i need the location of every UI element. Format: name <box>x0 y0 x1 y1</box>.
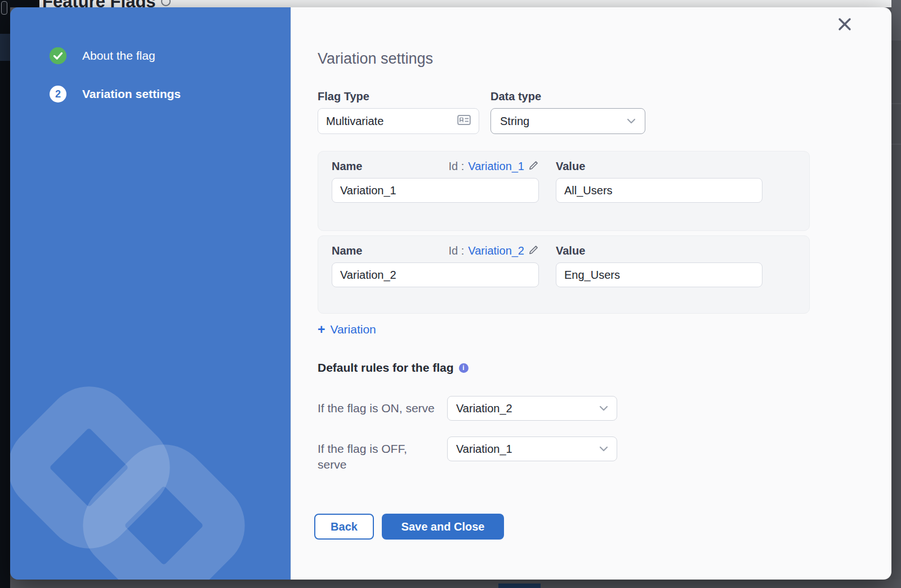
back-button[interactable]: Back <box>314 514 374 540</box>
wizard-steps-sidebar: About the flag 2 Variation settings <box>10 7 291 580</box>
background-page-header: Feature Flags <box>39 0 891 7</box>
step-label: About the flag <box>82 49 155 63</box>
background-dimmed-content-bottom <box>10 580 901 588</box>
step-about-the-flag[interactable]: About the flag <box>50 47 155 64</box>
background-app-sidebar <box>0 0 10 588</box>
id-prefix: Id : <box>449 160 465 173</box>
chevron-down-icon <box>627 116 636 126</box>
default-rules-title: Default rules for the flag <box>318 361 454 375</box>
pencil-icon[interactable] <box>528 160 539 173</box>
variation-name-input[interactable] <box>332 178 539 203</box>
step-variation-settings[interactable]: 2 Variation settings <box>50 86 181 103</box>
step-number-badge: 2 <box>50 86 66 103</box>
background-bottom-button <box>498 583 541 588</box>
variation-value-input[interactable] <box>556 178 762 203</box>
add-variation-label: Variation <box>330 323 376 336</box>
data-type-value: String <box>500 115 529 128</box>
rule-off-value: Variation_1 <box>456 443 512 456</box>
variation-card: Name Id : Variation_2 Value <box>318 235 810 314</box>
flag-type-value: Multivariate <box>326 115 383 128</box>
chevron-down-icon <box>599 444 608 454</box>
background-sidebar-active-item <box>0 34 10 61</box>
screen: Feature Flags About the flag 2 <box>0 0 901 588</box>
variation-settings-modal: About the flag 2 Variation settings Vari… <box>10 7 891 580</box>
id-card-icon <box>457 114 471 128</box>
variation-id-link[interactable]: Variation_2 <box>468 244 524 257</box>
rule-off-select[interactable]: Variation_1 <box>447 436 617 461</box>
pencil-icon[interactable] <box>528 244 539 257</box>
data-type-label: Data type <box>490 90 541 103</box>
rule-on-label: If the flag is ON, serve <box>318 400 458 416</box>
background-dimmed-content-right <box>891 0 901 588</box>
flag-type-field: Multivariate <box>318 108 479 134</box>
modal-content: Variation settings Flag Type Data type M… <box>291 7 891 580</box>
value-label: Value <box>556 244 585 257</box>
background-sidebar-logo-box <box>1 1 7 15</box>
rule-on-value: Variation_2 <box>456 402 512 415</box>
save-and-close-button[interactable]: Save and Close <box>382 514 504 540</box>
check-icon <box>50 47 66 64</box>
close-icon[interactable] <box>837 16 854 33</box>
background-page-title: Feature Flags <box>42 0 156 7</box>
variation-card: Name Id : Variation_1 Value <box>318 151 810 231</box>
plus-icon: + <box>318 323 325 336</box>
value-label: Value <box>556 160 585 173</box>
id-prefix: Id : <box>449 244 465 257</box>
step-label: Variation settings <box>82 87 181 101</box>
rule-on-select[interactable]: Variation_2 <box>447 396 617 421</box>
variation-id-line: Id : Variation_2 <box>332 244 539 257</box>
info-icon[interactable]: i <box>459 363 469 373</box>
variation-id-line: Id : Variation_1 <box>332 160 539 173</box>
variation-value-input[interactable] <box>556 262 762 287</box>
variation-name-input[interactable] <box>332 262 539 287</box>
add-variation-button[interactable]: + Variation <box>318 323 376 336</box>
default-rules-heading: Default rules for the flag i <box>318 361 469 375</box>
rule-off-label: If the flag is OFF, serve <box>318 441 422 473</box>
variation-id-link[interactable]: Variation_1 <box>468 160 524 173</box>
data-type-select[interactable]: String <box>490 108 645 134</box>
info-icon <box>161 0 171 6</box>
chevron-down-icon <box>599 403 608 413</box>
modal-footer-buttons: Back Save and Close <box>314 514 504 540</box>
flag-type-label: Flag Type <box>318 90 369 103</box>
panel-title: Variation settings <box>318 50 433 68</box>
